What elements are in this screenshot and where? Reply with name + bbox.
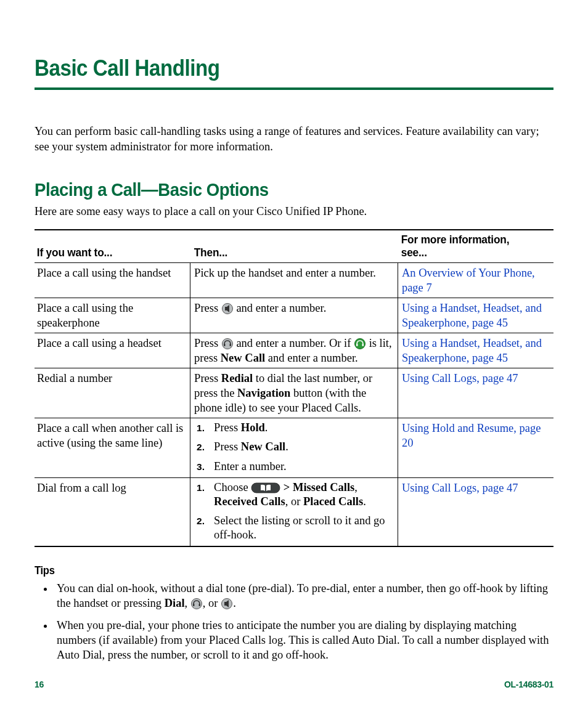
cell-then: Choose > Missed Calls, Received Calls, o…: [190, 477, 398, 546]
tips-heading: Tips: [35, 564, 512, 577]
cell-then: Press and enter a number.: [190, 298, 398, 333]
cell-ref: Using Call Logs, page 47: [398, 368, 553, 418]
cell-ref: Using a Handset, Headset, and Speakerpho…: [398, 333, 553, 368]
cell-ref: Using a Handset, Headset, and Speakerpho…: [398, 298, 553, 333]
svg-rect-3: [229, 344, 231, 346]
cell-want: Place a call using the speakerphone: [35, 298, 190, 333]
cell-want: Place a call using the handset: [35, 262, 190, 298]
doc-id: OL-14683-01: [504, 680, 553, 689]
cell-then: Press Hold. Press New Call. Enter a numb…: [190, 418, 398, 477]
table-row: Place a call using the handset Pick up t…: [35, 262, 553, 298]
table-header-col2: Then...: [190, 230, 390, 263]
table-row: Redial a number Press Redial to dial the…: [35, 368, 553, 418]
section-lead: Here are some easy ways to place a call …: [35, 205, 553, 218]
table-row: Dial from a call log Choose > Missed Cal…: [35, 477, 553, 546]
speaker-icon: [221, 598, 233, 609]
step-item: Select the listing or scroll to it and g…: [194, 514, 394, 542]
cell-want: Redial a number: [35, 368, 190, 418]
intro-paragraph: You can perform basic call-handling task…: [35, 124, 553, 155]
cell-then: Pick up the handset and enter a number.: [190, 262, 398, 298]
xref-link[interactable]: Using a Handset, Headset, and Speakerpho…: [402, 302, 542, 329]
cell-then: Press and enter a number. Or if is lit, …: [190, 333, 398, 368]
headset-icon: [190, 598, 203, 609]
xref-link[interactable]: Using Call Logs, page 47: [402, 372, 518, 384]
step-item: Press New Call.: [194, 440, 394, 454]
page-footer: 16 OL-14683-01: [35, 680, 553, 689]
svg-rect-2: [224, 344, 226, 346]
page-number: 16: [35, 680, 44, 689]
svg-rect-7: [251, 483, 280, 493]
step-list: Press Hold. Press New Call. Enter a numb…: [194, 421, 394, 473]
section-heading: Placing a Call—Basic Options: [35, 179, 512, 200]
title-rule: [35, 87, 553, 90]
options-table: If you want to... Then... For more infor…: [35, 229, 553, 547]
cell-want: Place a call using a headset: [35, 333, 190, 368]
svg-rect-5: [356, 344, 358, 346]
tips-list: You can dial on-hook, without a dial ton…: [35, 580, 553, 670]
svg-rect-9: [193, 604, 195, 606]
cell-ref: An Overview of Your Phone, page 7: [398, 262, 553, 298]
table-header-col3: For more information,see...: [398, 230, 547, 263]
table-header-col1: If you want to...: [35, 230, 184, 263]
step-item: Enter a number.: [194, 460, 394, 474]
svg-point-4: [355, 339, 365, 349]
step-item: Press Hold.: [194, 421, 394, 435]
headset-icon: [221, 338, 234, 349]
table-row: Place a call using a headset Press and e…: [35, 333, 553, 368]
xref-link[interactable]: Using a Handset, Headset, and Speakerpho…: [402, 337, 542, 364]
table-row: Place a call when another call is active…: [35, 418, 553, 477]
svg-rect-6: [362, 344, 364, 346]
xref-link[interactable]: Using Call Logs, page 47: [402, 482, 518, 494]
directories-icon: [251, 482, 280, 493]
step-list: Choose > Missed Calls, Received Calls, o…: [194, 481, 394, 543]
speaker-icon: [221, 303, 234, 314]
cell-want: Place a call when another call is active…: [35, 418, 190, 477]
chapter-title: Basic Call Handling: [35, 55, 512, 81]
cell-want: Dial from a call log: [35, 477, 190, 546]
table-row: Place a call using the speakerphone Pres…: [35, 298, 553, 333]
svg-rect-10: [198, 604, 200, 606]
svg-point-8: [191, 599, 202, 609]
tip-item: You can dial on-hook, without a dial ton…: [54, 581, 553, 611]
cell-ref: Using Call Logs, page 47: [398, 477, 553, 546]
cell-ref: Using Hold and Resume, page 20: [398, 418, 553, 477]
svg-point-1: [222, 339, 232, 349]
cell-then: Press Redial to dial the last number, or…: [190, 368, 398, 418]
xref-link[interactable]: Using Hold and Resume, page 20: [402, 422, 541, 449]
tip-item: When you pre-dial, your phone tries to a…: [54, 618, 553, 662]
headset-lit-icon: [354, 338, 366, 349]
step-item: Choose > Missed Calls, Received Calls, o…: [194, 481, 394, 509]
xref-link[interactable]: An Overview of Your Phone, page 7: [402, 267, 535, 294]
